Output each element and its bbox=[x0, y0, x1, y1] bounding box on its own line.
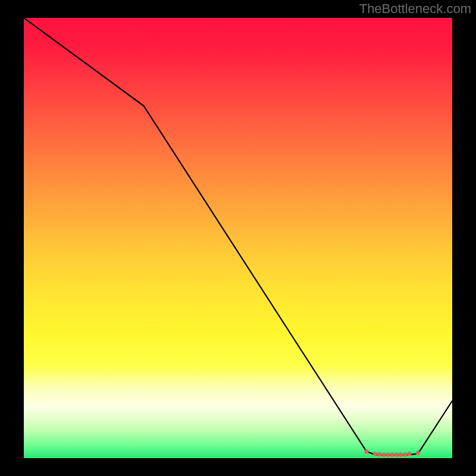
chart-svg bbox=[24, 18, 452, 458]
marker-dot bbox=[403, 453, 407, 457]
marker-dot bbox=[399, 453, 403, 457]
marker-dot bbox=[416, 451, 420, 455]
marker-dot bbox=[407, 452, 411, 456]
marker-dot bbox=[390, 453, 394, 457]
marker-dot bbox=[381, 453, 386, 457]
plot-area bbox=[24, 18, 452, 458]
marker-dot bbox=[394, 453, 399, 457]
figure-root: TheBottleneck.com bbox=[0, 0, 476, 476]
curve-path bbox=[24, 18, 452, 455]
marker-group bbox=[364, 449, 420, 456]
marker-dot bbox=[377, 452, 381, 456]
marker-dot bbox=[364, 449, 368, 453]
watermark-text: TheBottleneck.com bbox=[359, 1, 471, 17]
marker-dot bbox=[373, 452, 377, 456]
marker-dot bbox=[386, 453, 390, 457]
